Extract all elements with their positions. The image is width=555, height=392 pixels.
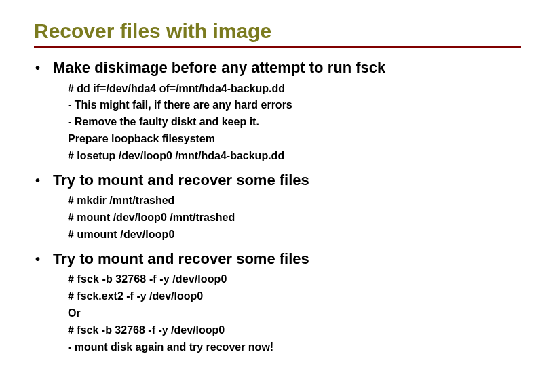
title-underline [34, 46, 521, 48]
sub-line: - mount disk again and try recover now! [68, 339, 521, 356]
bullet-item: Try to mount and recover some files # mk… [34, 170, 521, 243]
sub-list: # mkdir /mnt/trashed # mount /dev/loop0 … [34, 193, 521, 243]
sub-list: # dd if=/dev/hda4 of=/mnt/hda4-backup.dd… [34, 81, 521, 165]
sub-line: # mount /dev/loop0 /mnt/trashed [68, 210, 521, 227]
slide: Recover files with image Make diskimage … [0, 0, 555, 355]
bullet-heading: Try to mount and recover some files [34, 170, 521, 191]
bullet-list: Make diskimage before any attempt to run… [34, 58, 521, 355]
sub-line: # losetup /dev/loop0 /mnt/hda4-backup.dd [68, 148, 521, 165]
sub-list: # fsck -b 32768 -f -y /dev/loop0 # fsck.… [34, 271, 521, 355]
sub-line: # fsck.ext2 -f -y /dev/loop0 [68, 288, 521, 305]
sub-line: Or [68, 305, 521, 322]
bullet-heading: Make diskimage before any attempt to run… [34, 58, 521, 78]
sub-line: # dd if=/dev/hda4 of=/mnt/hda4-backup.dd [68, 81, 521, 98]
bullet-item: Make diskimage before any attempt to run… [34, 58, 521, 165]
sub-line: # fsck -b 32768 -f -y /dev/loop0 [68, 322, 521, 339]
sub-line: - Remove the faulty diskt and keep it. [68, 114, 521, 131]
sub-line: # fsck -b 32768 -f -y /dev/loop0 [68, 271, 521, 288]
bullet-heading: Try to mount and recover some files [34, 249, 521, 269]
sub-line: Prepare loopback filesystem [68, 131, 521, 148]
bullet-item: Try to mount and recover some files # fs… [34, 249, 521, 356]
sub-line: # mkdir /mnt/trashed [68, 193, 521, 210]
slide-title: Recover files with image [34, 19, 521, 43]
sub-line: # umount /dev/loop0 [68, 227, 521, 243]
sub-line: - This might fail, if there are any hard… [68, 97, 521, 114]
